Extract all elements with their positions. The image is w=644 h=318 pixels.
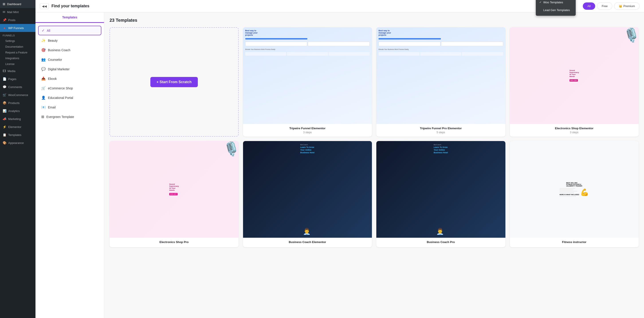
educational-icon: 👤 <box>41 96 46 100</box>
sidebar-item-pages[interactable]: 📄 Pages <box>0 75 36 83</box>
sidebar-item-dashboard[interactable]: ⊞ Dashboard <box>0 0 36 8</box>
content-area: Templates ✓ All ✨ Beauty 🎯 Business Coac… <box>36 12 644 318</box>
mail-icon: ✉ <box>3 10 5 14</box>
template-type-dropdown: ✓ Woo Templates Lead Gen Templates <box>536 0 576 16</box>
template-info-2: Tripwire Funnel Pro Elementor 5 steps <box>376 124 506 136</box>
category-counselor[interactable]: 👥 Counselor <box>38 55 101 64</box>
category-label-educational: Educational Portal <box>48 96 73 100</box>
template-steps-2: 5 steps <box>379 131 503 134</box>
category-label-ecommerce: eCommerce Shop <box>48 86 73 90</box>
filter-premium-button[interactable]: 👑 Premium <box>614 2 640 10</box>
sidebar-item-posts[interactable]: 📌 Posts <box>0 16 36 24</box>
category-email[interactable]: 📧 Email <box>38 103 101 112</box>
sidebar-label-mail-mint: Mail Mint <box>7 10 19 14</box>
sidebar-item-products[interactable]: 📦 Products <box>0 99 36 107</box>
template-name-6: Business Coach Pro <box>379 240 503 244</box>
category-label-counselor: Counselor <box>48 58 62 62</box>
start-from-scratch-button[interactable]: + Start From Scratch <box>150 77 198 87</box>
counselor-icon: 👥 <box>41 58 46 62</box>
category-label-beauty: Beauty <box>48 39 58 42</box>
sidebar-item-settings[interactable]: Settings <box>0 38 36 44</box>
template-card-electronics-pro[interactable]: SoundSupremacyAt YourHands 50% OFF 🎙️ El… <box>110 141 238 247</box>
template-name-4: Electronics Shop Pro <box>112 240 236 244</box>
ebook-icon: 📥 <box>41 76 46 81</box>
sidebar-label-appearance: Appearance <box>8 141 24 144</box>
sidebar-label-analytics: Analytics <box>8 109 20 113</box>
template-card-business-coach[interactable]: BizCoach Learn To GrowYour OnlineBusines… <box>243 141 372 247</box>
back-button[interactable]: ◀◀ <box>40 3 49 9</box>
digital-marketer-icon: 💬 <box>41 67 46 71</box>
sidebar-item-license[interactable]: License <box>0 61 36 67</box>
sidebar-item-templates[interactable]: 📋 Templates <box>0 131 36 139</box>
sidebar-label-posts: Posts <box>8 18 16 22</box>
template-info-3: Electronics Shop Elementor 3 steps <box>510 124 639 136</box>
sidebar-item-mail-mint[interactable]: ✉ Mail Mint <box>0 8 36 16</box>
category-ecommerce-shop[interactable]: 🛒 eCommerce Shop <box>38 84 101 92</box>
template-name-2: Tripwire Funnel Pro Elementor <box>379 126 503 130</box>
sidebar-item-media[interactable]: 🎞 Media <box>0 67 36 75</box>
template-thumb-7: BEST SELLINGFITNESS AUTHOR &CELEBRITY TR… <box>510 141 639 238</box>
funnels-icon: 🔺 <box>3 26 6 30</box>
template-thumb-3: SoundSupremacyAt YourHands 50% OFF 🎙️ <box>510 27 639 124</box>
sidebar-item-documentation[interactable]: Documentation <box>0 44 36 50</box>
template-card-fitness[interactable]: BEST SELLINGFITNESS AUTHOR &CELEBRITY TR… <box>510 141 639 247</box>
category-ebook[interactable]: 📥 Ebook <box>38 74 101 83</box>
dropdown-item-lead-gen[interactable]: Lead Gen Templates <box>536 6 576 14</box>
filter-free-button[interactable]: Free <box>597 2 612 10</box>
check-icon: ✓ <box>539 1 542 4</box>
filter-all-button[interactable]: All <box>583 2 595 10</box>
tab-templates[interactable]: Templates <box>36 12 104 23</box>
sidebar-item-marketing[interactable]: 📣 Marketing <box>0 115 36 123</box>
template-info-5: Business Coach Elementor <box>243 238 372 247</box>
crown-icon: 👑 <box>619 4 622 8</box>
category-educational-portal[interactable]: 👤 Educational Portal <box>38 93 101 102</box>
template-card-tripwire-pro[interactable]: Best way tomanage yourprojects Elevate Y… <box>376 27 506 136</box>
all-icon: ✓ <box>42 28 44 32</box>
dropdown-item-woo-templates[interactable]: ✓ Woo Templates <box>536 0 576 6</box>
top-bar: ◀◀ Find your templates ✓ Woo Templates L… <box>36 0 644 12</box>
elementor-icon: ⚡ <box>3 125 6 128</box>
category-digital-marketer[interactable]: 💬 Digital Marketer <box>38 65 101 74</box>
sidebar-item-request-feature[interactable]: Request a Feature <box>0 50 36 56</box>
main-content: ◀◀ Find your templates ✓ Woo Templates L… <box>36 0 644 318</box>
scratch-card[interactable]: + Start From Scratch <box>110 27 238 136</box>
template-name-1: Tripwire Funnel Elementor <box>246 126 370 130</box>
business-coach-icon: 🎯 <box>41 48 46 52</box>
sidebar-item-wp-funnels[interactable]: 🔺 WP Funnels <box>0 24 36 32</box>
comments-icon: 💬 <box>3 85 6 89</box>
category-label-digital-marketer: Digital Marketer <box>48 68 70 71</box>
media-icon: 🎞 <box>3 69 6 73</box>
template-info-4: Electronics Shop Pro <box>110 238 238 247</box>
template-card-business-coach-pro[interactable]: BizCoach Learn To GrowYour OnlineBusines… <box>376 141 506 247</box>
sidebar-label-comments: Comments <box>8 86 22 89</box>
sidebar-label-marketing: Marketing <box>8 117 21 121</box>
sidebar-item-woocommerce[interactable]: 🛒 WooCommerce <box>0 91 36 99</box>
marketing-icon: 📣 <box>3 117 6 121</box>
template-card-tripwire-elementor[interactable]: Best way tomanage yourprojects Elevate Y… <box>243 27 372 136</box>
template-name-3: Electronics Shop Elementor <box>512 126 636 130</box>
template-name-7: Fitness instructor <box>512 240 636 244</box>
sidebar-label-dashboard: Dashboard <box>7 2 21 6</box>
templates-grid: + Start From Scratch Best way tomanage y… <box>110 27 639 247</box>
templates-count: 23 Templates <box>110 18 639 23</box>
category-business-coach[interactable]: 🎯 Business Coach <box>38 46 101 54</box>
appearance-icon: 🎨 <box>3 141 6 144</box>
sidebar-item-appearance[interactable]: 🎨 Appearance <box>0 139 36 147</box>
beauty-icon: ✨ <box>41 38 46 42</box>
woocommerce-icon: 🛒 <box>3 93 6 97</box>
evergreen-icon: ⊞ <box>41 115 44 119</box>
sidebar-label-woocommerce: WooCommerce <box>8 93 28 97</box>
sidebar-item-elementor[interactable]: ⚡ Elementor <box>0 123 36 131</box>
sidebar-item-comments[interactable]: 💬 Comments <box>0 83 36 91</box>
template-info-1: Tripwire Funnel Elementor 3 steps <box>243 124 372 136</box>
sidebar-label-products: Products <box>8 101 20 105</box>
sidebar-label-media: Media <box>8 70 15 73</box>
template-steps-3: 3 steps <box>512 131 636 134</box>
category-beauty[interactable]: ✨ Beauty <box>38 36 101 45</box>
template-card-electronics[interactable]: SoundSupremacyAt YourHands 50% OFF 🎙️ El… <box>510 27 639 136</box>
sidebar-item-analytics[interactable]: 📊 Analytics <box>0 107 36 115</box>
sidebar-item-integrations[interactable]: Integrations <box>0 56 36 61</box>
category-evergreen[interactable]: ⊞ Evergreen Template <box>38 112 101 121</box>
pages-icon: 📄 <box>3 77 6 81</box>
category-all[interactable]: ✓ All <box>38 26 101 35</box>
